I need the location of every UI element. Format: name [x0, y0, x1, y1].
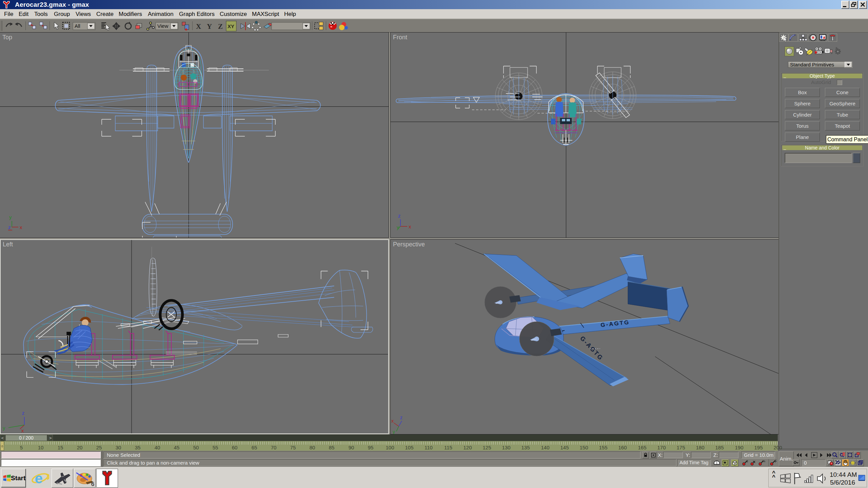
svg-text:3: 3	[746, 460, 748, 463]
svg-text:X: X	[196, 22, 201, 30]
svg-text:y: y	[9, 214, 12, 220]
svg-text:z: z	[8, 224, 11, 230]
svg-text:z: z	[22, 410, 24, 416]
svg-text:View: View	[157, 23, 168, 29]
svg-text:z: z	[400, 415, 402, 420]
svg-text:x: x	[21, 428, 24, 433]
svg-text:y: y	[3, 425, 5, 431]
svg-text:All: All	[75, 23, 80, 29]
svg-text:e: e	[35, 470, 43, 486]
svg-text:XY: XY	[228, 23, 234, 29]
svg-text:y: y	[393, 429, 395, 434]
svg-text:%: %	[763, 460, 765, 463]
svg-text:Y: Y	[207, 22, 212, 30]
svg-text:F: F	[775, 460, 777, 463]
svg-text:x: x	[20, 224, 22, 230]
svg-text:z: z	[398, 213, 401, 219]
svg-text:x: x	[409, 224, 411, 229]
svg-text:x: x	[391, 418, 394, 424]
svg-text:Z: Z	[218, 22, 223, 30]
svg-text:y: y	[397, 224, 399, 230]
